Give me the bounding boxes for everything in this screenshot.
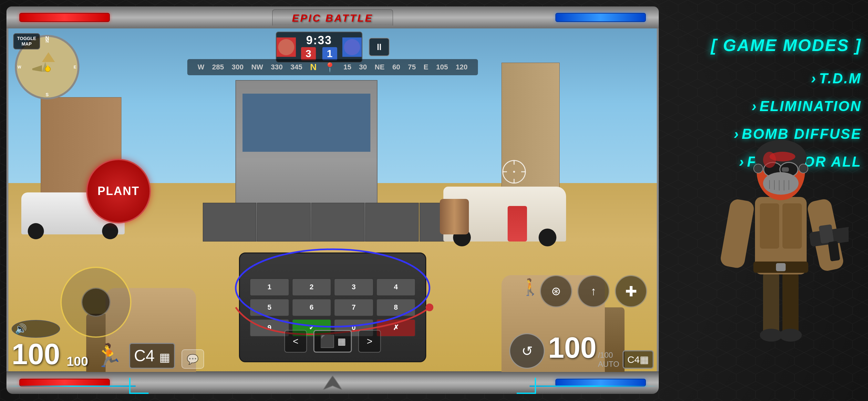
sound-button[interactable]: 🔊 — [11, 320, 60, 338]
toggle-map-label: TOGGLEMAP — [17, 36, 36, 47]
compass-n: N — [310, 62, 316, 72]
bomb-key-3: 3 — [334, 278, 374, 296]
c4-icon-label: C4 — [134, 347, 155, 365]
ammo-group: 100 /100 AUTO — [548, 333, 619, 369]
ammo-mode: AUTO — [598, 360, 619, 369]
compass-30: 30 — [359, 63, 367, 71]
chat-button[interactable]: 💬 — [182, 349, 204, 369]
elimination-label: ELIMINATION — [760, 98, 862, 114]
compass-w: W — [197, 63, 205, 71]
compass-ne: NE — [375, 63, 384, 71]
frame-accent-red-top — [20, 13, 110, 22]
hud-top: 9:33 3 1 ⏸ — [276, 32, 390, 62]
send-icon — [323, 375, 342, 390]
svg-rect-37 — [782, 167, 789, 172]
svg-point-38 — [763, 172, 799, 195]
health-display: 100 — [11, 340, 60, 369]
svg-point-45 — [799, 164, 808, 173]
cyan-line-left — [6, 385, 135, 387]
svg-text:S: S — [45, 92, 49, 97]
game-viewport: 1 2 3 4 5 6 7 8 9 ✓ 0 ✗ — [6, 28, 659, 372]
joystick-knob — [82, 288, 111, 317]
medkit-button[interactable]: ✚ — [615, 275, 647, 307]
epic-battle-title: EPIC BATTLE — [292, 12, 373, 24]
bomb-key-8: 8 — [376, 299, 416, 316]
character-svg — [713, 132, 848, 345]
gate-section — [311, 203, 365, 242]
game-timer: 9:33 — [306, 34, 332, 47]
team-score-container: 9:33 3 1 — [276, 32, 362, 62]
gate-section — [365, 203, 419, 242]
compass-285: 285 — [212, 63, 224, 71]
right-panel: [ GAME MODES ] › T.D.M › ELIMINATION › B… — [668, 16, 862, 371]
elimination-arrow: › — [752, 98, 756, 114]
cyan-line-right — [530, 385, 659, 387]
team-red-avatar — [276, 37, 296, 57]
game-modes-title: [ GAME MODES ] — [711, 35, 862, 55]
gas-pump — [507, 206, 527, 242]
frame-title-center: EPIC BATTLE — [272, 9, 393, 26]
svg-marker-16 — [323, 375, 342, 390]
game-modes-text: GAME MODES — [723, 36, 855, 55]
plant-button[interactable]: PLANT — [86, 159, 151, 223]
compass-15: 15 — [343, 63, 351, 71]
bomb-key-7: 7 — [334, 299, 374, 316]
nav-send-button[interactable] — [320, 374, 345, 391]
svg-rect-25 — [776, 263, 786, 271]
gate-section — [257, 203, 311, 242]
reload-icon: ↺ — [522, 343, 533, 359]
toggle-map-button[interactable]: TOGGLEMAP — [13, 33, 40, 50]
svg-rect-18 — [782, 271, 799, 336]
svg-rect-22 — [760, 204, 779, 249]
character-illustration — [713, 132, 862, 352]
compass-75: 75 — [408, 63, 415, 71]
bracket-left: [ — [711, 36, 717, 55]
pause-button[interactable]: ⏸ — [369, 38, 390, 56]
c4-ammo-icon: C4▦ — [623, 350, 654, 369]
ammo-sub-group: /100 AUTO — [598, 351, 619, 369]
game-mode-elimination[interactable]: › ELIMINATION — [752, 98, 862, 114]
compass-nw: NW — [251, 63, 263, 71]
score-blue: 1 — [322, 47, 337, 60]
up-button[interactable]: ↑ — [578, 275, 610, 307]
tower-right — [501, 63, 560, 208]
game-frame: EPIC BATTLE — [6, 6, 659, 394]
svg-rect-23 — [782, 204, 802, 249]
cyan-accent-left — [129, 378, 149, 394]
bomb-key-5: 5 — [250, 299, 289, 316]
compass-330: 330 — [271, 63, 283, 71]
ammo-display-group: 100 /100 AUTO — [548, 333, 619, 369]
compass-120: 120 — [456, 63, 468, 71]
svg-rect-30 — [818, 224, 834, 244]
bomb-key-4: 4 — [376, 278, 416, 296]
frame-top-bar: EPIC BATTLE — [6, 6, 659, 28]
svg-point-19 — [760, 329, 782, 342]
compass-345: 345 — [290, 63, 302, 71]
ammo-display: 100 — [548, 333, 596, 362]
compass-e: E — [424, 63, 429, 71]
game-mode-tdm[interactable]: › T.D.M — [811, 70, 862, 87]
svg-text:W: W — [18, 65, 21, 69]
action-buttons-row: ⊛ ↑ ✚ — [540, 275, 647, 307]
frame-title-tab: EPIC BATTLE — [272, 9, 393, 26]
compass: W 285 300 NW 330 345 N 📍 15 30 NE 60 75 … — [187, 59, 478, 75]
reload-button[interactable]: ↺ — [509, 333, 545, 369]
c4-ammo-label: C4▦ — [627, 354, 649, 365]
compass-105: 105 — [436, 63, 448, 71]
team-blue-avatar-icon — [344, 39, 360, 55]
gate-section — [203, 203, 256, 242]
compass-60: 60 — [392, 63, 400, 71]
hud-bottom: 🔊 100 100 🏃 C4 ▦ 💬 ↺ — [11, 320, 654, 369]
main-container: EPIC BATTLE — [0, 0, 868, 401]
strafe-button[interactable]: ⊛ — [540, 275, 572, 307]
c4-weapon-icon[interactable]: C4 ▦ — [129, 343, 175, 369]
tdm-label: T.D.M — [819, 70, 862, 87]
score-display: 9:33 3 1 — [296, 32, 342, 62]
crosshair — [501, 159, 527, 185]
score-red: 3 — [301, 47, 316, 60]
ammo-slash: /100 — [598, 351, 613, 360]
health-sub-display: 100 — [66, 354, 88, 369]
svg-point-47 — [763, 152, 776, 168]
player-icon: 🚶 — [520, 278, 540, 297]
plant-label: PLANT — [97, 184, 140, 198]
